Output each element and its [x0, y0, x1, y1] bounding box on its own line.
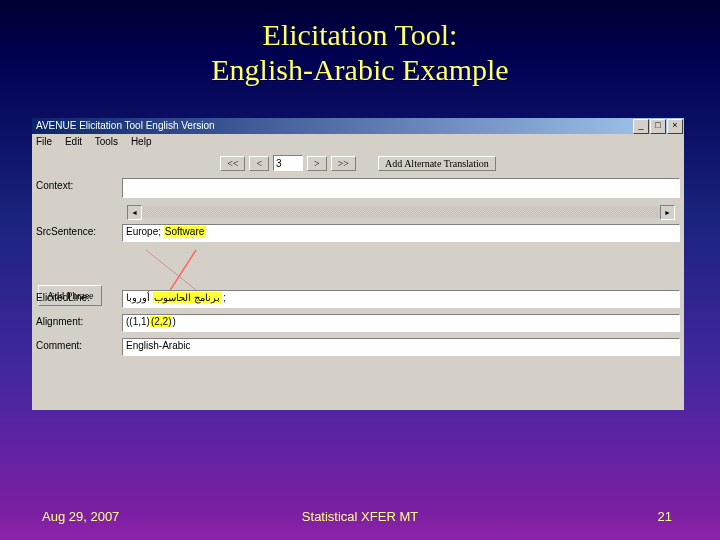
- alignment-field[interactable]: ((1,1)(2,2)): [122, 314, 680, 332]
- footer-center: Statistical XFER MT: [302, 509, 418, 524]
- prev-button[interactable]: <: [249, 156, 269, 171]
- alignment-pre: ((1,1): [126, 316, 150, 327]
- source-field[interactable]: Europe; Software: [122, 224, 680, 242]
- alignment-label: Alignment:: [36, 314, 122, 327]
- title-line-1: Elicitation Tool:: [263, 18, 458, 51]
- window-body: << < > >> Add Alternate Translation Cont…: [32, 150, 684, 410]
- elicited-label: ElicitedLine:: [36, 290, 122, 303]
- source-token-highlight: Software: [164, 226, 205, 237]
- context-scrollbar[interactable]: ◄ ►: [127, 206, 675, 218]
- scrollbar-track[interactable]: [142, 206, 660, 218]
- elicited-row: ElicitedLine: ﺑﺮﻧﺎﻣﺞ اﻟﺤﺎﺳﻮب أوروبا ;: [36, 290, 680, 308]
- add-alternate-translation-button[interactable]: Add Alternate Translation: [378, 156, 496, 171]
- index-input[interactable]: [273, 155, 303, 171]
- slide-title: Elicitation Tool: English-Arabic Example: [0, 0, 720, 87]
- menu-file[interactable]: File: [36, 136, 52, 147]
- comment-row: Comment: English-Arabic: [36, 338, 680, 356]
- next-button[interactable]: >: [307, 156, 327, 171]
- alignment-row: Alignment: ((1,1)(2,2)): [36, 314, 680, 332]
- footer-date: Aug 29, 2007: [42, 509, 119, 524]
- alignment-post: ): [172, 316, 175, 327]
- menu-edit[interactable]: Edit: [65, 136, 82, 147]
- source-token-1: Europe;: [126, 226, 161, 237]
- app-window: AVENUE Elicitation Tool English Version …: [32, 118, 684, 410]
- minimize-button[interactable]: _: [633, 119, 649, 134]
- window-titlebar[interactable]: AVENUE Elicitation Tool English Version …: [32, 118, 684, 134]
- comment-label: Comment:: [36, 338, 122, 351]
- context-label: Context:: [36, 178, 122, 191]
- maximize-button[interactable]: □: [650, 119, 666, 134]
- window-sys-buttons: _ □ ×: [633, 119, 683, 134]
- source-row: SrcSentence: Europe; Software: [36, 224, 680, 242]
- source-label: SrcSentence:: [36, 224, 122, 237]
- alignment-highlight: (2,2): [150, 316, 173, 327]
- menu-help[interactable]: Help: [131, 136, 152, 147]
- context-field[interactable]: [122, 178, 680, 198]
- elicited-token-highlight: ﺑﺮﻧﺎﻣﺞ اﻟﺤﺎﺳﻮب: [153, 292, 221, 303]
- elicited-field[interactable]: ﺑﺮﻧﺎﻣﺞ اﻟﺤﺎﺳﻮب أوروبا ;: [122, 290, 680, 308]
- scroll-left-icon[interactable]: ◄: [127, 205, 142, 220]
- footer-page-number: 21: [658, 509, 672, 524]
- window-title: AVENUE Elicitation Tool English Version: [36, 118, 215, 134]
- title-line-2: English-Arabic Example: [211, 53, 508, 86]
- menu-tools[interactable]: Tools: [95, 136, 118, 147]
- comment-field[interactable]: English-Arabic: [122, 338, 680, 356]
- first-button[interactable]: <<: [220, 156, 245, 171]
- scroll-right-icon[interactable]: ►: [660, 205, 675, 220]
- context-row: Context: ◄ ►: [36, 178, 680, 208]
- close-button[interactable]: ×: [667, 119, 683, 134]
- nav-toolbar: << < > >> Add Alternate Translation: [32, 152, 684, 174]
- menu-bar: File Edit Tools Help: [32, 134, 684, 150]
- last-button[interactable]: >>: [331, 156, 356, 171]
- slide-footer: Aug 29, 2007 Statistical XFER MT 21: [0, 509, 720, 524]
- slide: Elicitation Tool: English-Arabic Example…: [0, 0, 720, 540]
